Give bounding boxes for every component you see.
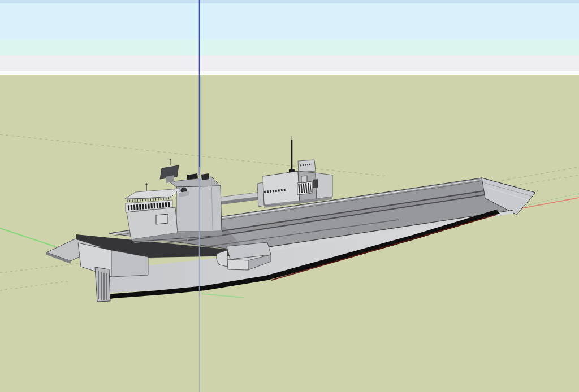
sky-top-strip <box>0 0 579 3</box>
sky-mint-band <box>0 40 579 55</box>
aft-island-door <box>301 176 307 183</box>
island-mast-tip <box>145 183 148 185</box>
aft-island-step-block <box>316 173 332 199</box>
sky-haze-band <box>0 55 579 71</box>
bow-support-leg <box>95 267 110 302</box>
radar-antenna-tip <box>170 159 171 161</box>
sky-upper-band <box>0 3 579 40</box>
modeling-viewport[interactable] <box>0 0 579 392</box>
aft-island-front <box>263 171 300 206</box>
side-grille <box>313 179 318 188</box>
island-door-panel <box>156 214 168 224</box>
horizon-glow <box>0 71 579 75</box>
scene-canvas[interactable] <box>0 0 579 392</box>
sponson-front <box>227 259 248 270</box>
aft-island-ladder-panel <box>257 182 264 207</box>
exhaust-fitting-2 <box>201 173 209 180</box>
